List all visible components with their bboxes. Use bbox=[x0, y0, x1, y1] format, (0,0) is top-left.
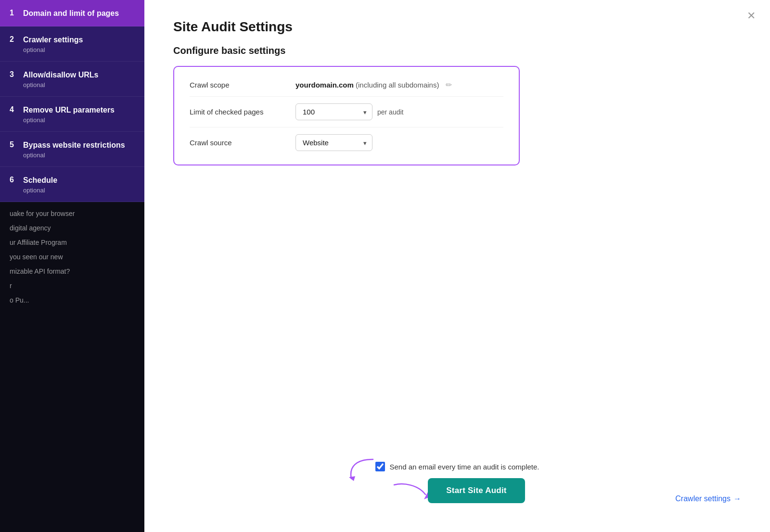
limit-label: Limit of checked pages bbox=[190, 108, 295, 116]
crawl-scope-row: Crawl scope yourdomain.com (including al… bbox=[190, 80, 503, 97]
sidebar-bottom-item-2[interactable]: digital agency bbox=[10, 224, 135, 232]
arrow-right-icon: → bbox=[733, 494, 741, 503]
sidebar-item-title-1: Domain and limit of pages bbox=[23, 9, 119, 18]
crawler-settings-link-text: Crawler settings bbox=[675, 494, 731, 503]
limit-select-wrapper: 1005001000500020000100000 ▾ bbox=[295, 103, 372, 120]
edit-icon[interactable]: ✏ bbox=[446, 80, 452, 89]
sidebar-item-subtitle-5: optional bbox=[23, 152, 135, 159]
sidebar-item-3[interactable]: 3 Allow/disallow URLs optional bbox=[0, 62, 144, 97]
sidebar-item-title-2: Crawler settings bbox=[23, 35, 83, 45]
crawl-source-value-area: WebsiteSitemapBoth ▾ bbox=[295, 134, 503, 151]
sidebar-item-subtitle-6: optional bbox=[23, 187, 135, 194]
crawl-scope-domain: yourdomain.com bbox=[295, 81, 354, 89]
close-icon: ✕ bbox=[747, 10, 756, 22]
sidebar-item-1[interactable]: 1 Domain and limit of pages bbox=[0, 0, 144, 26]
crawler-settings-link[interactable]: Crawler settings → bbox=[675, 494, 741, 503]
section-title: Configure basic settings bbox=[173, 45, 741, 56]
main-content: ✕ Site Audit Settings Configure basic se… bbox=[144, 0, 770, 532]
limit-row: Limit of checked pages 10050010005000200… bbox=[190, 97, 503, 127]
crawl-source-label: Crawl source bbox=[190, 139, 295, 147]
sidebar-bottom-item-7[interactable]: o Pu... bbox=[10, 296, 135, 304]
email-checkbox-label: Send an email every time an audit is com… bbox=[390, 463, 539, 471]
sidebar-bottom-item-3[interactable]: ur Affiliate Program bbox=[10, 239, 135, 246]
start-audit-button[interactable]: Start Site Audit bbox=[428, 478, 525, 503]
arrow-decoration bbox=[346, 457, 380, 486]
sidebar-item-title-6: Schedule bbox=[23, 176, 57, 185]
sidebar-item-number-1: 1 bbox=[10, 9, 18, 17]
sidebar-item-title-3: Allow/disallow URLs bbox=[23, 70, 98, 80]
sidebar-item-number-4: 4 bbox=[10, 105, 18, 114]
sidebar-item-5[interactable]: 5 Bypass website restrictions optional bbox=[0, 132, 144, 167]
arrow-to-button bbox=[389, 480, 433, 504]
limit-select[interactable]: 1005001000500020000100000 bbox=[295, 103, 372, 120]
start-audit-row: Start Site Audit bbox=[389, 478, 525, 503]
sidebar-item-title-4: Remove URL parameters bbox=[23, 105, 115, 115]
email-checkbox[interactable] bbox=[375, 462, 385, 471]
sidebar-bottom-item-4[interactable]: you seen our new bbox=[10, 253, 135, 261]
sidebar-item-2[interactable]: 2 Crawler settings optional bbox=[0, 26, 144, 62]
crawl-scope-label: Crawl scope bbox=[190, 81, 295, 89]
email-row: Send an email every time an audit is com… bbox=[375, 462, 539, 471]
sidebar: 1 Domain and limit of pages 2 Crawler se… bbox=[0, 0, 144, 532]
crawl-source-select-wrapper: WebsiteSitemapBoth ▾ bbox=[295, 134, 372, 151]
sidebar-bottom: uake for your browser digital agency ur … bbox=[0, 202, 144, 532]
sidebar-item-6[interactable]: 6 Schedule optional bbox=[0, 167, 144, 202]
sidebar-item-number-6: 6 bbox=[10, 176, 18, 184]
sidebar-item-title-5: Bypass website restrictions bbox=[23, 140, 125, 150]
limit-value-area: 1005001000500020000100000 ▾ per audit bbox=[295, 103, 503, 120]
sidebar-item-subtitle-2: optional bbox=[23, 46, 135, 53]
sidebar-item-subtitle-4: optional bbox=[23, 116, 135, 124]
sidebar-bottom-item-1[interactable]: uake for your browser bbox=[10, 210, 135, 217]
sidebar-item-number-3: 3 bbox=[10, 70, 18, 79]
page-title: Site Audit Settings bbox=[173, 19, 741, 35]
crawl-scope-text: yourdomain.com (including all subdomains… bbox=[295, 81, 439, 89]
sidebar-bottom-item-6[interactable]: r bbox=[10, 282, 135, 290]
crawl-source-row: Crawl source WebsiteSitemapBoth ▾ bbox=[190, 127, 503, 151]
sidebar-item-number-5: 5 bbox=[10, 140, 18, 149]
sidebar-item-subtitle-3: optional bbox=[23, 81, 135, 89]
svg-marker-0 bbox=[349, 476, 355, 481]
crawl-source-select[interactable]: WebsiteSitemapBoth bbox=[295, 134, 372, 151]
sidebar-bottom-item-5[interactable]: mizable API format? bbox=[10, 267, 135, 275]
close-button[interactable]: ✕ bbox=[747, 10, 756, 22]
sidebar-item-4[interactable]: 4 Remove URL parameters optional bbox=[0, 97, 144, 132]
per-audit-label: per audit bbox=[377, 108, 403, 116]
settings-card: Crawl scope yourdomain.com (including al… bbox=[173, 66, 520, 165]
sidebar-item-number-2: 2 bbox=[10, 35, 18, 44]
crawl-scope-value: yourdomain.com (including all subdomains… bbox=[295, 80, 503, 89]
